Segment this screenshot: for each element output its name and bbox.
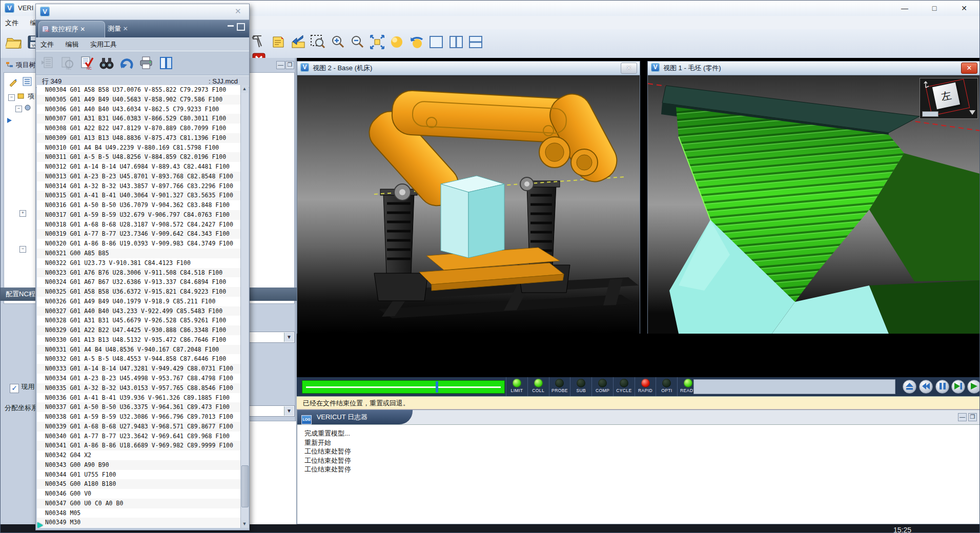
reset-eject-button[interactable] [903,380,916,394]
zoom-window-icon[interactable] [309,33,326,51]
split-vertical-icon[interactable] [447,33,465,51]
gcode-line[interactable]: N00308 G01 A22 B22 U47.8129 V-870.889 C8… [37,124,241,133]
gcode-line[interactable]: N00309 G01 A13 B13 U48.8836 V-875.473 C8… [37,133,241,143]
stock-3d-viewport[interactable]: 左 [648,75,980,334]
gcode-line[interactable]: N00312 G01 A-14 B-14 U47.6984 V-889.43 C… [37,162,241,172]
print-icon[interactable] [138,55,154,71]
nc-menu-edit[interactable]: 编辑 [60,37,83,49]
split-columns-icon[interactable] [158,55,174,71]
rotate-view-icon[interactable] [408,33,425,51]
gcode-line[interactable]: N00313 G01 A-23 B-23 U45.8701 V-893.768 … [37,172,241,181]
fit-view-icon[interactable] [369,33,386,51]
nc-window-close-icon[interactable]: ✕ [235,7,241,16]
machine-view-titlebar[interactable]: V 视图 2 - Base (机床) ✕ [297,61,640,75]
gcode-line[interactable]: N00334 G01 A-23 B-23 U45.4998 V-953.767 … [37,374,241,383]
machine-view-close-icon[interactable]: ✕ [621,63,637,74]
log-tab[interactable]: LOG VERICUT 日志器 [297,410,413,424]
gcode-line[interactable]: N00335 G01 A-32 B-32 U43.0153 V-957.765 … [37,383,241,393]
single-view-icon[interactable] [427,33,445,51]
status-led[interactable]: SUB [570,377,591,396]
zoom-in-icon[interactable] [329,33,346,51]
tree-node-child[interactable]: − [15,102,32,112]
gcode-line[interactable]: N00342 G04 X2 [37,450,241,460]
gcode-line[interactable]: N00315 G01 A-41 B-41 U40.3064 V-901.327 … [37,191,241,200]
gcode-line[interactable]: N00336 G01 A-41 B-41 U39.936 V-961.326 C… [37,393,241,403]
tree-expand-icon-2[interactable]: − [19,246,26,253]
orientation-slider[interactable] [922,111,938,117]
split-horizontal-icon[interactable] [467,33,484,51]
stock-view-titlebar[interactable]: V 视图 1 - 毛坯 (零件) ✕ [648,61,980,75]
gcode-line[interactable]: N00349 M30 [37,518,241,527]
status-led[interactable]: PROBE [549,377,570,396]
gcode-line[interactable]: N00340 G01 A-77 B-77 U23.3642 V-969.641 … [37,432,241,441]
export-model-icon[interactable] [290,33,307,51]
gcode-listing[interactable]: N00304 G01 A58 B58 U37.0076 V-855.822 C7… [37,85,241,528]
active-checkbox[interactable]: ✓ [10,384,19,393]
gcode-line[interactable]: N00306 G01 A40 B40 U43.6034 V-862.5 C79.… [37,105,241,114]
coordinate-dropdown[interactable]: ▼ [249,405,295,417]
tab-close-icon[interactable]: ✕ [80,26,85,33]
simulation-progress-bar[interactable] [302,380,505,394]
gcode-line[interactable]: N00330 G01 A13 B13 U48.5132 V-935.472 C8… [37,335,241,345]
gcode-line[interactable]: N00337 G01 A-50 B-50 U36.3375 V-964.361 … [37,402,241,412]
gcode-line[interactable]: N00326 G01 A49 B49 U40.1979 V-918.9 C85.… [37,297,241,306]
nc-menu-file[interactable]: 文件 [36,37,58,49]
tab-nc-program[interactable]: NC 数控程序 ✕ [38,21,105,37]
status-led[interactable]: LIMIT [506,377,527,396]
active-checkbox-row[interactable]: ✓ 现用 [10,382,34,393]
log-minimize-icon[interactable]: — [958,413,967,421]
gcode-line[interactable]: N00304 G01 A58 B58 U37.0076 V-855.822 C7… [37,85,241,95]
gcode-line[interactable]: N00314 G01 A-32 B-32 U43.3857 V-897.766 … [37,181,241,191]
scrollbar-thumb[interactable] [241,465,249,507]
gcode-line[interactable]: N00324 G01 A67 B67 U32.6386 V-913.337 C8… [37,277,241,287]
nc-menu-utilities[interactable]: 实用工具 [86,37,121,49]
gcode-line[interactable]: N00347 G00 U0 C0 A0 B0 [37,499,241,508]
shade-view-icon[interactable] [388,33,405,51]
coordinate-list-area[interactable] [248,421,297,532]
gcode-line[interactable]: N00310 G01 A4 B4 U49.2239 V-880.169 C81.… [37,143,241,153]
chevron-down-icon[interactable]: ▼ [284,333,294,342]
zoom-out-icon[interactable] [349,33,366,51]
gcode-line[interactable]: N00322 G01 U23.73 V-910.381 C84.4123 F10… [37,258,241,268]
tree-tool-list-icon[interactable] [22,76,33,89]
tree-tool-wand-icon[interactable] [8,76,19,89]
tab-close-icon[interactable]: ✕ [123,25,128,32]
nc-float-icon[interactable] [237,23,245,31]
tree-collapse-icon-2[interactable]: − [15,106,22,112]
gcode-line[interactable]: N00328 G01 A31 B31 U45.6679 V-926.528 C8… [37,316,241,325]
play-button[interactable] [967,380,980,394]
nc-minimize-icon[interactable] [228,25,234,27]
step-button[interactable] [951,380,965,394]
gcode-line[interactable]: N00332 G01 A-5 B-5 U48.4553 V-944.858 C8… [37,354,241,364]
gcode-line[interactable]: N00333 G01 A-14 B-14 U47.3281 V-949.429 … [37,364,241,374]
maximize-button[interactable]: □ [923,2,946,15]
nc-window-titlebar[interactable]: V ✕ [36,4,249,20]
gcode-line[interactable]: N00325 G01 A58 B58 U36.6372 V-915.821 C8… [37,287,241,297]
orientation-widget[interactable]: 左 [920,78,978,119]
log-float-icon[interactable]: ❐ [968,413,977,421]
status-led[interactable]: COMP [591,377,613,396]
gcode-line[interactable]: N00331 G01 A4 B4 U48.8536 V-940.167 C87.… [37,345,241,355]
tab-measure[interactable]: 测量 ✕ [108,21,139,37]
nc-file-dropdown[interactable]: ▼ [249,332,295,343]
open-project-icon[interactable] [6,33,23,51]
gcode-line[interactable]: N00341 G01 A-86 B-86 U18.6689 V-969.982 … [37,441,241,450]
status-led[interactable]: RAPID [635,377,656,396]
pause-button[interactable] [935,380,949,394]
project-tree-tab[interactable]: 项目树 [6,60,36,73]
gcode-line[interactable]: N00327 G01 A40 B40 U43.233 V-922.499 C85… [37,306,241,316]
stock-view-window[interactable]: V 视图 1 - 毛坯 (零件) ✕ [647,61,980,334]
machine-3d-viewport[interactable] [297,75,640,334]
simulation-message-field[interactable] [693,379,895,394]
stock-view-close-icon[interactable]: ✕ [961,63,977,74]
scroll-down-icon[interactable]: ▼ [241,520,248,528]
nc-check-icon[interactable]: NC [79,55,95,71]
gcode-line[interactable]: N00339 G01 A-68 B-68 U27.9483 V-968.571 … [37,422,241,432]
gcode-line[interactable]: N00344 G01 U755 F100 [37,470,241,480]
tree-collapse-icon[interactable]: − [8,94,15,101]
gcode-line[interactable]: N00343 G00 A90 B90 [37,460,241,470]
gcode-line[interactable]: N00316 G01 A-50 B-50 U36.7079 V-904.362 … [37,200,241,210]
minimize-button[interactable]: — [893,2,916,15]
undo-icon[interactable] [119,55,134,71]
machine-view-window[interactable]: V 视图 2 - Base (机床) ✕ [297,61,640,334]
